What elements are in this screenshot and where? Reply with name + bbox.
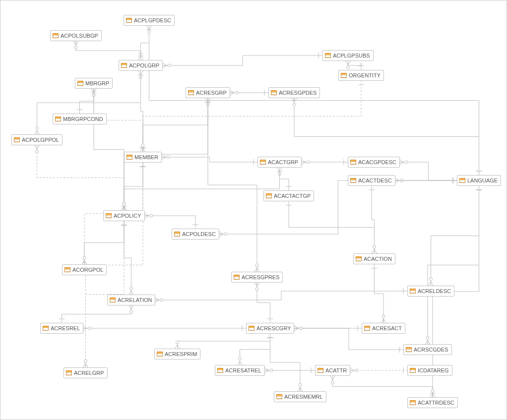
- entity-label: ACRSCGDES: [414, 346, 448, 353]
- entity-acpolgppol[interactable]: ACPOLGPPOL: [11, 134, 63, 145]
- relation-line: [163, 56, 322, 65]
- svg-line-52: [208, 98, 210, 102]
- svg-line-122: [84, 260, 87, 264]
- entity-acplgpsubs[interactable]: ACPLGPSUBS: [322, 50, 374, 61]
- entity-label: ACPLGPSUBS: [333, 52, 370, 59]
- entity-label: ACATTR: [325, 367, 347, 374]
- entity-acattr[interactable]: ACATTR: [315, 365, 350, 376]
- relation-line: [141, 26, 149, 60]
- svg-line-32: [94, 89, 96, 93]
- entity-acresact[interactable]: ACRESACT: [362, 323, 405, 334]
- entity-acacgpdesc[interactable]: ACACGPDESC: [348, 157, 400, 168]
- svg-line-15: [346, 61, 348, 65]
- entity-language[interactable]: LANGUAGE: [457, 175, 501, 186]
- relation-line: [124, 163, 143, 210]
- svg-point-138: [373, 245, 376, 248]
- svg-line-55: [162, 155, 166, 157]
- entity-acresprim[interactable]: ACRESPRIM: [154, 349, 200, 360]
- entity-label: ACACTDESC: [358, 177, 392, 184]
- entity-mbrgrpcond[interactable]: MBRGRPCOND: [53, 114, 107, 124]
- svg-line-95: [122, 206, 124, 210]
- entity-acaction[interactable]: ACACTION: [353, 253, 395, 264]
- table-icon: [55, 117, 61, 121]
- entity-acresgpdes[interactable]: ACRESGPDES: [268, 87, 320, 98]
- svg-line-165: [429, 282, 431, 286]
- table-icon: [410, 368, 416, 373]
- table-icon: [188, 90, 194, 95]
- svg-point-13: [168, 64, 171, 67]
- svg-line-232: [300, 387, 303, 391]
- entity-acplgpdesc[interactable]: ACPLGPDESC: [124, 15, 175, 26]
- svg-line-140: [254, 268, 257, 272]
- svg-line-107: [124, 206, 127, 210]
- relation-line: [145, 216, 195, 229]
- svg-line-25: [91, 89, 94, 93]
- entity-label: ACPLGPDESC: [134, 17, 171, 24]
- table-icon: [459, 178, 465, 183]
- entity-mbrgrp[interactable]: MBRGRP: [75, 78, 113, 89]
- svg-point-73: [400, 179, 403, 182]
- entity-acpolicy[interactable]: ACPOLICY: [103, 210, 145, 221]
- entity-acactdesc[interactable]: ACACTDESC: [348, 175, 395, 186]
- relation-line: [141, 71, 143, 152]
- entity-orgentity[interactable]: ORGENTITY: [338, 70, 384, 81]
- svg-line-172: [294, 328, 298, 331]
- entity-acrelation[interactable]: ACRELATION: [107, 295, 155, 305]
- svg-point-8: [74, 46, 77, 49]
- entity-acresgrp[interactable]: ACRESGRP: [186, 87, 230, 98]
- entity-acpoldesc[interactable]: ACPOLDESC: [172, 229, 219, 240]
- entity-acrescgry[interactable]: ACRESCGRY: [246, 323, 294, 334]
- svg-line-240: [140, 148, 143, 152]
- entity-acresmemrl[interactable]: ACRESMEMRL: [274, 391, 326, 402]
- svg-point-213: [331, 381, 334, 384]
- relation-line: [162, 157, 257, 162]
- svg-line-152: [131, 291, 134, 295]
- entity-acattrdesc[interactable]: ACATTRDESC: [407, 397, 458, 408]
- svg-point-183: [382, 315, 385, 318]
- table-icon: [53, 33, 59, 38]
- entity-label: ACRESMEMRL: [284, 393, 323, 400]
- svg-line-12: [163, 65, 167, 68]
- entity-acactgrp[interactable]: ACACTGRP: [257, 157, 302, 168]
- entity-member[interactable]: MEMBER: [124, 152, 162, 163]
- table-icon: [77, 81, 83, 86]
- entity-label: LANGUAGE: [467, 177, 498, 184]
- table-icon: [364, 326, 370, 331]
- entity-label: ACRESATREL: [225, 367, 261, 374]
- svg-line-65: [277, 168, 280, 172]
- svg-line-195: [238, 361, 240, 365]
- svg-line-37: [37, 130, 40, 134]
- entity-acorgpol[interactable]: ACORGPOL: [62, 264, 107, 275]
- svg-line-75: [400, 160, 404, 162]
- relation-line: [143, 98, 208, 152]
- entity-label: ACRESGPDES: [279, 89, 317, 96]
- entity-label: ACRESGPRES: [242, 274, 279, 281]
- entity-label: MBRGRPCOND: [63, 116, 103, 122]
- svg-point-43: [36, 150, 39, 153]
- entity-acresatrel[interactable]: ACRESATREL: [215, 365, 265, 376]
- svg-point-83: [293, 103, 296, 106]
- svg-line-190: [175, 345, 178, 349]
- svg-line-170: [294, 326, 298, 328]
- relation-line: [84, 221, 124, 264]
- svg-line-182: [383, 319, 386, 323]
- svg-line-92: [145, 216, 149, 218]
- entity-acresgpres[interactable]: ACRESGPRES: [231, 272, 283, 283]
- svg-line-102: [124, 206, 127, 210]
- entity-icdatareg[interactable]: ICDATAREG: [407, 365, 452, 376]
- svg-line-150: [129, 291, 131, 295]
- svg-line-162: [155, 300, 159, 302]
- svg-point-243: [141, 144, 144, 147]
- svg-line-200: [265, 368, 269, 370]
- entity-acpolsubgp[interactable]: ACPOLSUBGP: [50, 30, 102, 41]
- entity-acactactgp[interactable]: ACACTACTGP: [263, 190, 314, 201]
- entity-acreldesc[interactable]: ACRELDESC: [407, 286, 454, 297]
- table-icon: [234, 275, 240, 280]
- entity-acpolgrp[interactable]: ACPOLGRP: [119, 60, 163, 71]
- entity-acrelgrp[interactable]: ACRELGRP: [63, 367, 108, 378]
- entity-acrscgdes[interactable]: ACRSCGDES: [403, 344, 452, 355]
- svg-line-27: [94, 89, 96, 93]
- svg-line-7: [76, 41, 78, 45]
- svg-line-187: [428, 340, 430, 344]
- entity-acresrel[interactable]: ACRESREL: [40, 323, 83, 334]
